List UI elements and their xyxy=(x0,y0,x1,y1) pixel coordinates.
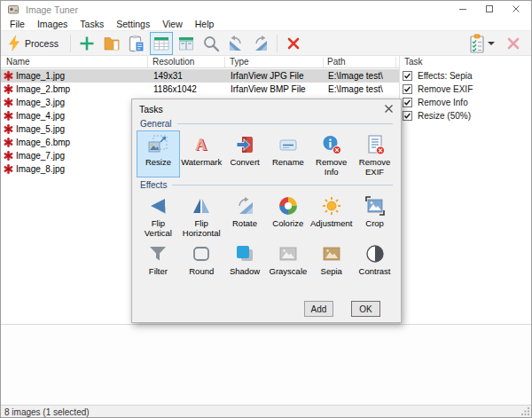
status-text: 8 images (1 selected) xyxy=(4,407,90,417)
crop-icon xyxy=(364,195,386,217)
paste-button[interactable] xyxy=(125,32,148,55)
file-path: E:\Image test\ xyxy=(328,83,383,96)
resize-grip[interactable] xyxy=(521,407,529,417)
task-checkbox-effects-sepia[interactable]: Effects: Sepia xyxy=(400,69,532,83)
task-item-remove-exif[interactable]: Remove EXIF xyxy=(353,130,396,177)
open-folder-button[interactable] xyxy=(100,32,123,55)
minimize-button[interactable] xyxy=(450,1,476,17)
remove-images-button[interactable] xyxy=(282,32,305,55)
group-label: Effects xyxy=(140,180,167,190)
watermark-icon: AA xyxy=(191,134,212,155)
task-item-watermark[interactable]: AA Watermark xyxy=(180,130,223,177)
task-item-grayscale[interactable]: Grayscale xyxy=(266,240,309,287)
file-path: E:\Image test\ xyxy=(328,69,383,83)
plus-icon xyxy=(79,35,95,51)
process-button[interactable]: Process xyxy=(4,33,66,54)
toolbar: Process xyxy=(1,31,531,56)
zoom-button[interactable] xyxy=(200,32,223,55)
image-file-icon xyxy=(4,151,13,161)
thumbnails-view-button[interactable] xyxy=(175,32,198,55)
column-divider[interactable] xyxy=(147,57,148,67)
table-row[interactable]: Image_2.bmp 1186x1042 IrfanView BMP File… xyxy=(1,83,399,96)
details-view-button[interactable] xyxy=(150,32,173,55)
task-label: Resize (50%) xyxy=(418,109,471,122)
task-checkbox-remove-info[interactable]: Remove Info xyxy=(400,96,532,109)
task-panel: Task Effects: Sepia Remove EXIF Remove I… xyxy=(400,56,532,324)
rotate-icon xyxy=(234,195,255,217)
title-bar[interactable]: Image Tuner xyxy=(1,1,531,17)
file-resolution: 149x31 xyxy=(153,69,183,83)
column-divider[interactable] xyxy=(395,57,396,67)
image-file-icon xyxy=(4,98,13,107)
task-item-flip-horizontal[interactable]: Flip Horizontal xyxy=(180,192,223,239)
task-item-colorize[interactable]: Colorize xyxy=(266,192,309,239)
menu-settings[interactable]: Settings xyxy=(110,19,156,29)
colorize-icon xyxy=(278,195,299,217)
file-name: Image_2.bmp xyxy=(16,83,70,96)
task-label: Remove EXIF xyxy=(418,83,473,96)
task-item-adjustment[interactable]: Adjustment xyxy=(309,192,353,239)
column-header-name[interactable]: Name xyxy=(6,57,30,67)
svg-text:A: A xyxy=(195,136,207,154)
image-file-icon xyxy=(4,124,13,134)
menu-view[interactable]: View xyxy=(156,19,189,29)
task-checkbox-remove-exif[interactable]: Remove EXIF xyxy=(400,83,532,96)
add-images-button[interactable] xyxy=(75,32,98,55)
task-label: Remove Info xyxy=(418,96,468,109)
ok-button[interactable]: OK xyxy=(351,301,380,317)
delete-x-icon xyxy=(286,36,301,51)
flip-vertical-icon xyxy=(147,195,168,217)
column-header-path[interactable]: Path xyxy=(327,57,346,67)
rotate-right-button[interactable] xyxy=(249,32,272,55)
sepia-icon xyxy=(321,243,342,264)
task-item-shadow[interactable]: Shadow xyxy=(223,240,267,287)
task-item-round[interactable]: Round xyxy=(180,240,223,287)
thumbnails-view-icon xyxy=(177,35,195,52)
rotate-left-button[interactable] xyxy=(224,32,247,55)
menu-images[interactable]: Images xyxy=(31,19,74,29)
file-name: Image_8.jpg xyxy=(16,162,65,176)
app-icon xyxy=(8,4,20,15)
checkbox-checked-icon xyxy=(403,111,412,121)
task-item-filter[interactable]: Filter xyxy=(137,240,180,287)
flip-horizontal-icon xyxy=(191,195,212,217)
lightning-icon xyxy=(8,35,20,51)
task-item-remove-info[interactable]: Remove Info xyxy=(309,130,353,177)
close-button[interactable] xyxy=(503,1,529,17)
menu-file[interactable]: File xyxy=(4,19,31,29)
column-header-resolution[interactable]: Resolution xyxy=(153,57,194,67)
contrast-icon xyxy=(364,243,386,264)
resize-icon xyxy=(147,134,168,155)
close-icon[interactable] xyxy=(384,104,394,114)
task-item-rotate[interactable]: Rotate xyxy=(223,192,267,239)
task-checkbox-resize[interactable]: Resize (50%) xyxy=(400,109,532,122)
task-list-button[interactable] xyxy=(467,33,501,54)
column-header-type[interactable]: Type xyxy=(230,57,249,67)
task-item-contrast[interactable]: Contrast xyxy=(353,240,396,287)
image-tuner-window: Image Tuner File Images Tasks Settings V… xyxy=(0,0,532,418)
task-item-rename[interactable]: Rename xyxy=(266,130,309,177)
file-name: Image_6.bmp xyxy=(16,136,70,149)
file-name: Image_7.jpg xyxy=(16,149,65,162)
task-item-sepia[interactable]: Sepia xyxy=(309,240,353,287)
menu-bar: File Images Tasks Settings View Help xyxy=(1,17,531,31)
status-bar: 8 images (1 selected) xyxy=(1,405,531,418)
task-item-crop[interactable]: Crop xyxy=(353,192,396,239)
menu-help[interactable]: Help xyxy=(189,19,221,29)
task-item-flip-vertical[interactable]: Flip Vertical xyxy=(137,192,180,239)
column-divider[interactable] xyxy=(224,57,225,67)
menu-tasks[interactable]: Tasks xyxy=(74,19,110,29)
preview-pane xyxy=(1,325,531,405)
grayscale-icon xyxy=(278,243,299,264)
task-item-resize[interactable]: Resize xyxy=(137,130,180,177)
task-item-convert[interactable]: Convert xyxy=(223,130,267,177)
table-row[interactable]: Image_1.jpg 149x31 IrfanView JPG File E:… xyxy=(1,69,399,83)
maximize-button[interactable] xyxy=(476,1,503,17)
clear-tasks-button[interactable] xyxy=(502,32,525,55)
file-resolution: 1186x1042 xyxy=(153,83,197,96)
group-effects: Effects Flip Vertical Flip Horizontal Ro… xyxy=(137,179,396,287)
remove-info-icon xyxy=(321,134,342,155)
add-button[interactable]: Add xyxy=(304,301,333,317)
dialog-title-bar[interactable]: Tasks xyxy=(132,99,401,118)
column-divider[interactable] xyxy=(323,57,324,67)
